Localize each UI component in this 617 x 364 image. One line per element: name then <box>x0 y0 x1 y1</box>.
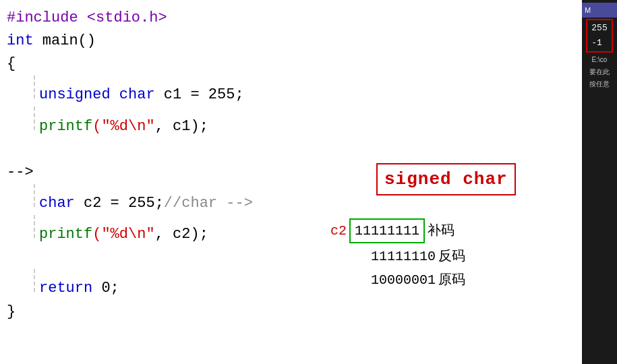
buma-row: c2 11111111 补码 <box>330 218 465 243</box>
console-small-1: E:\co <box>591 54 609 66</box>
fuma-text: 反码 <box>438 246 465 267</box>
console-small-2: 要在此 <box>588 66 611 78</box>
printf-2-str: ("%d\n" <box>92 223 154 246</box>
printf-1-rest: , c1); <box>155 115 208 138</box>
code-line-2: int main() <box>7 30 582 53</box>
signed-char-tooltip: signed char <box>376 163 516 195</box>
printf-1-str: ("%d\n" <box>92 115 154 138</box>
code-line-4: unsigned char c1 = 255; <box>34 75 582 107</box>
c2-annotation-label: c2 <box>330 220 347 241</box>
return-kw: return <box>39 277 92 300</box>
code-line-7: printf ("%d\n" , c2); <box>34 215 582 246</box>
fuma-row: 11111110 反码 <box>330 246 465 267</box>
gutter-7 <box>34 215 35 238</box>
include-directive: #include <stdio.h> <box>7 7 167 30</box>
console-output-box: 255 -1 <box>586 19 612 53</box>
gutter-5 <box>34 107 35 129</box>
code-line-5: printf ("%d\n" , c1); <box>34 107 582 138</box>
buma-binary: 11111111 <box>349 218 425 243</box>
console-title: M <box>585 6 591 14</box>
fuma-binary: 11111110 <box>371 246 436 267</box>
yuanma-row: 10000001 原码 <box>330 270 465 291</box>
return-val: 0; <box>92 277 119 300</box>
code-line-9: } <box>7 301 582 324</box>
int-keyword: int <box>7 30 34 53</box>
close-brace: } <box>7 301 16 324</box>
char-comment: //char --> <box>164 192 262 215</box>
c1-decl: c1 = 255; <box>155 84 244 107</box>
code-line-1: #include <stdio.h> <box>7 7 582 30</box>
code-line-gap1 <box>7 138 582 161</box>
printf-2-rest: , c2); <box>155 223 208 246</box>
annotation-area: c2 11111111 补码 11111110 反码 10000001 原码 <box>330 216 465 291</box>
yuanma-text: 原码 <box>438 270 465 291</box>
signed-char-label: signed char <box>384 169 508 189</box>
console-line-255: 255 <box>589 21 610 36</box>
c2-decl: c2 = 255; <box>75 192 164 215</box>
gutter-6 <box>34 184 35 207</box>
console-title-bar: M <box>582 3 617 18</box>
char-kw: char <box>39 192 75 215</box>
gutter-8 <box>34 269 35 292</box>
printf-1: printf <box>39 115 92 138</box>
buma-text: 补码 <box>428 220 454 241</box>
code-editor: #include <stdio.h> int main() { unsigned… <box>0 0 582 364</box>
gutter-4 <box>34 75 35 98</box>
code-line-gap2 <box>7 246 582 269</box>
console-panel: M 255 -1 E:\co 要在此 按任意 <box>582 0 617 364</box>
main-func: main() <box>34 30 96 53</box>
code-line-3: { <box>7 53 582 75</box>
unsigned-char-kw: unsigned char <box>39 84 155 107</box>
open-brace: { <box>7 53 16 75</box>
console-line-neg1: -1 <box>589 36 610 51</box>
printf-2: printf <box>39 223 92 246</box>
code-line-8: return 0; <box>34 269 582 300</box>
yuanma-binary: 10000001 <box>371 270 436 291</box>
console-small-3: 按任意 <box>588 78 611 90</box>
